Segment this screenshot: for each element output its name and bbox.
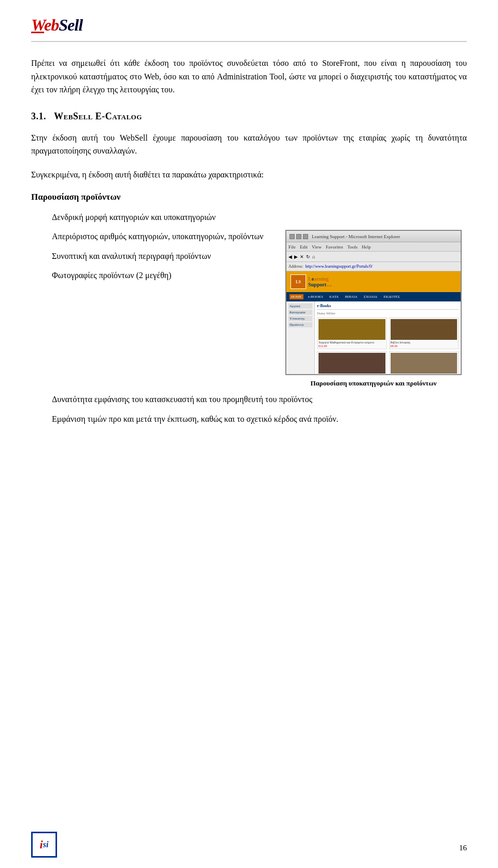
nav-ebooks: e-BOOKS (307, 294, 325, 299)
sidebar-cat-1: Αρχική (288, 304, 312, 309)
nav-scholia: ΣΧΟΛΙΑ (362, 294, 379, 299)
feature-item-dynato: Δυνατότητα εμφάνισης του κατασκευαστή κα… (31, 393, 467, 406)
product-title-1: Χαμηλά Μαθηματικά και Ενησμένο κείμενο (319, 341, 385, 344)
section-heading: 3.1. WebSell E-Catalog (31, 111, 467, 122)
site-main-mock: e-Books Daisy Miller Χαμηλά Μαθηματικά κ… (315, 301, 461, 374)
menu-favorites: Favorites (326, 244, 343, 250)
nav-home: HOME (289, 294, 303, 299)
nav-vivlia: ΒΙΒΛΙΑ (343, 294, 359, 299)
product-img-2 (391, 319, 458, 340)
features-intro: Συγκεκριμένα, η έκδοση αυτή διαθέτει τα … (31, 168, 467, 182)
feature-text-aperioristos: Απεριόριστος αριθμός κατηγοριών, υποκατη… (52, 232, 264, 241)
menu-tools: Tools (347, 244, 357, 250)
site-name-support: Support.s.a. (308, 282, 333, 287)
browser-btn-1 (289, 234, 295, 239)
isi-logo-inner: i si (31, 832, 57, 858)
site-name-area: Learning Support.s.a. (308, 276, 333, 287)
features-section: Παρουσίαση προϊόντων Δενδρική μορφή κατη… (31, 192, 467, 426)
product-img-1 (319, 319, 385, 340)
sidebar-cat-4: Προϊόντα (288, 322, 312, 327)
product-4: Πληθυσμός Πόλης €15.00 (389, 351, 459, 374)
address-url: http://www.learningsupport.gr/Portals/0/ (305, 264, 372, 269)
site-header-mock: LS Learning Support.s.a. (286, 271, 461, 292)
left-features-col: Απεριόριστος αριθμός κατηγοριών, υποκατη… (31, 230, 270, 388)
feature-text-dendrike: Δενδρική μορφή κατηγοριών και υποκατηγορ… (52, 213, 216, 222)
menu-help: Help (362, 244, 371, 250)
screenshot-caption: Παρουσίαση υποκατηγοριών και προϊόντων (310, 379, 436, 388)
site-sidebar-mock: Αρχική Κατηγορία Υποκατηγ. Προϊόντα (286, 301, 315, 374)
product-price-1: €12.00 (319, 345, 385, 348)
product-img-3 (319, 353, 385, 374)
browser-content: LS Learning Support.s.a. HOME e (286, 271, 461, 374)
product-img-4 (391, 353, 458, 374)
menu-view: View (312, 244, 322, 250)
browser-toolbar: ◀ ▶ ✕ ↻ ⌂ (286, 252, 461, 262)
site-logo-area: LS Learning Support.s.a. (290, 274, 333, 289)
feature-text-emfanisi: Εμφάνιση τιμών προ και μετά την έκπτωση,… (52, 415, 338, 423)
toolbar-fwd: ▶ (294, 254, 298, 259)
page-number: 16 (459, 844, 467, 852)
section-body: Στην έκδοση αυτή του WebSell έχουμε παρο… (31, 131, 467, 158)
nav-ekdotes: ΕΚΔΟΤΕΣ (382, 294, 401, 299)
feature-item-aperioristos: Απεριόριστος αριθμός κατηγοριών, υποκατη… (31, 230, 270, 243)
site-name-learning: Learning (308, 276, 333, 282)
feature-item-dendrike: Δενδρική μορφή κατηγοριών και υποκατηγορ… (31, 211, 467, 224)
page-container: Web Sell Πρέπει να σημειωθεί ότι κάθε έκ… (0, 0, 498, 868)
browser-title: Learning Support - Microsoft Internet Ex… (312, 234, 400, 239)
isi-logo: i si (31, 832, 57, 858)
browser-menu: File Edit View Favorites Tools Help (286, 242, 461, 252)
toolbar-back: ◀ (288, 254, 292, 259)
isi-text: si (43, 840, 49, 849)
page-header: Web Sell (31, 16, 467, 42)
product-1: Χαμηλά Μαθηματικά και Ενησμένο κείμενο €… (317, 318, 387, 349)
two-col-layout: Απεριόριστος αριθμός κατηγοριών, υποκατη… (31, 230, 467, 388)
feature-text-dynato: Δυνατότητα εμφάνισης του κατασκευαστή κα… (52, 395, 312, 404)
site-nav-mock: HOME e-BOOKS ΚΑΤΑ ΒΙΒΛΙΑ ΣΧΟΛΙΑ ΕΚΔΟΤΕΣ (286, 292, 461, 301)
menu-file: File (288, 244, 296, 250)
feature-item-emfanisi: Εμφάνιση τιμών προ και μετά την έκπτωση,… (31, 412, 467, 426)
toolbar-refresh: ↻ (306, 254, 310, 259)
logo-sell: Sell (59, 16, 82, 35)
product-title-2: Βιβλίο Ιστορίας (391, 341, 458, 344)
feature-item-fotografies: Φωτογραφίες προϊόντων (2 μεγέθη) (31, 269, 270, 282)
feature-text-synoptike: Συνοπτική και αναλυτική περιγραφή προϊόν… (52, 252, 211, 260)
subcategory-title: e-Books (317, 304, 459, 310)
toolbar-stop: ✕ (300, 254, 304, 259)
logo-box: LS (290, 274, 306, 289)
product-grid: Χαμηλά Μαθηματικά και Ενησμένο κείμενο €… (317, 318, 459, 374)
browser-btn-3 (303, 234, 308, 239)
browser-address: Address: http://www.learningsupport.gr/P… (286, 262, 461, 271)
intro-paragraph: Πρέπει να σημειωθεί ότι κάθε έκδοση του … (31, 57, 467, 97)
site-body-mock: Αρχική Κατηγορία Υποκατηγ. Προϊόντα e-Bo… (286, 301, 461, 374)
product-2: Βιβλίο Ιστορίας €8.50 (389, 318, 459, 349)
address-label: Address: (288, 264, 303, 269)
sidebar-cat-2: Κατηγορία (288, 310, 312, 315)
sidebar-cat-3: Υποκατηγ. (288, 316, 312, 321)
logo-web: Web (31, 16, 59, 35)
nav-kata: ΚΑΤΑ (328, 294, 340, 299)
section-title: WebSell E-Catalog (54, 111, 142, 121)
screenshot-col: Learning Support - Microsoft Internet Ex… (280, 230, 467, 388)
feature-item-synoptike: Συνοπτική και αναλυτική περιγραφή προϊόν… (31, 250, 270, 263)
browser-bar: Learning Support - Microsoft Internet Ex… (286, 231, 461, 242)
toolbar-home: ⌂ (312, 254, 315, 259)
screenshot-mockup: Learning Support - Microsoft Internet Ex… (285, 230, 462, 375)
feature-text-fotografies: Φωτογραφίες προϊόντων (2 μεγέθη) (52, 271, 171, 280)
browser-btn-2 (296, 234, 301, 239)
logo: Web Sell (31, 16, 82, 35)
logo-ls: LS (296, 280, 301, 284)
section-number: 3.1. (31, 111, 46, 121)
menu-edit: Edit (300, 244, 308, 250)
features-main-title: Παρουσίαση προϊόντων (31, 192, 467, 202)
product-subtitle: Daisy Miller (317, 311, 459, 315)
product-3: Ηλεκτρον. Βιβλίο Πληροφ. Ηλεκτρ. (317, 351, 387, 374)
product-price-2: €8.50 (391, 345, 458, 348)
